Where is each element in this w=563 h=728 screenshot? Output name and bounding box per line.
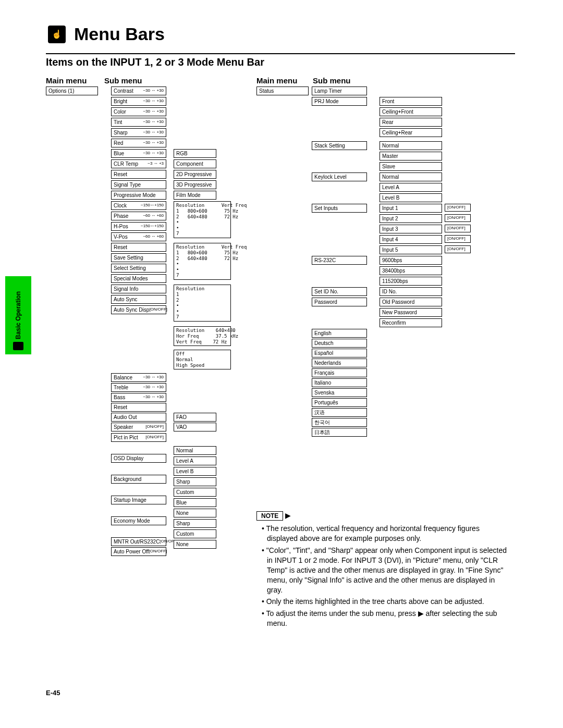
finesync-sub-0: Clock−150↔+150 <box>111 201 166 210</box>
language-sub-7: Português <box>312 398 367 407</box>
language-sub-0: English <box>312 329 367 338</box>
sidebar-tab: Basic Operation <box>5 276 31 354</box>
prjmode-sub-0: Front <box>380 97 442 106</box>
input-onoff-1: [ON/OFF] <box>445 214 471 222</box>
input-onoff-4: [ON/OFF] <box>445 245 471 253</box>
language-sub-2: Español <box>312 349 367 357</box>
startup-sub-0: Sharp <box>174 519 216 528</box>
password-sub-1: New Password <box>380 308 442 317</box>
language-sub-4: Français <box>312 368 367 377</box>
prjmode-sub-1: Ceiling+Front <box>380 107 442 116</box>
page-number: E-45 <box>46 689 60 697</box>
input-sub-3: Input 4 <box>380 235 442 244</box>
note-item: To adjust the items under the sub menu, … <box>262 609 512 628</box>
background-sub-1: Custom <box>174 488 216 497</box>
signaltype-sub-0: RGB <box>174 149 216 158</box>
picture-sub-5: Red−30 ↔ +30 <box>111 139 166 147</box>
keylock-sub-0: Normal <box>380 172 442 181</box>
input-onoff-3: [ON/OFF] <box>445 235 471 243</box>
col-header-sub-left: Sub menu <box>104 76 142 85</box>
background-sub-0: Sharp <box>174 477 216 486</box>
page-title: Menu Bars <box>74 24 165 44</box>
input-sub-2: Input 3 <box>380 225 442 233</box>
osd-sub-1: Level A <box>174 456 216 465</box>
res-table-1: Resolution Vert Freq 1 800×600 75 Hz 2 6… <box>174 201 231 238</box>
options2-sub-3: Keylock Level <box>312 172 367 181</box>
background-sub-2: Blue <box>174 498 216 507</box>
res-table-3: Resolution 1 2 • • 7 <box>174 285 231 322</box>
language-sub-3: Nederlands <box>312 359 367 367</box>
signal-info-box: Resolution 640×480 Hor Freq 37.5 kHz Ver… <box>174 326 231 346</box>
finesync-sub-2: H-Pos−150↔+150 <box>111 222 166 231</box>
rs232-sub-2: 115200bps <box>380 277 442 286</box>
finesync-sub-1: Phase−60 ↔ +60 <box>111 212 166 220</box>
password-sub-2: Reconfirm <box>380 318 442 327</box>
note-item: The resolution, vertical frequency and h… <box>262 524 512 544</box>
progmode-sub-2: Film Mode <box>174 191 216 200</box>
language-sub-6: Svenska <box>312 388 367 397</box>
id-sub-0: ID No. <box>380 287 442 296</box>
options1-sub-2: Background <box>111 475 166 484</box>
note-list: The resolution, vertical frequency and h… <box>256 524 512 628</box>
audioout-sub-1: VAO <box>174 423 216 431</box>
finesync-sub-7: Special Modes <box>111 274 166 283</box>
options2-sub-5: RS-232C <box>312 256 367 265</box>
input-sub-4: Input 5 <box>380 245 442 254</box>
options1-sub-4: Economy Mode <box>111 516 166 525</box>
picture-sub-10: Progressive Mode <box>111 191 166 200</box>
finesync-sub-5: Save Setting <box>111 253 166 262</box>
picture-sub-6: Blue−30 ↔ +30 <box>111 149 166 158</box>
page-subtitle: Items on the INPUT 1, 2 or 3 Mode Menu B… <box>46 53 515 68</box>
input-onoff-2: [ON/OFF] <box>445 225 471 232</box>
finesync-sub-10: Auto Sync Disp[ON/OFF] <box>111 305 166 314</box>
economy-sub-1: Auto Power Off[ON/OFF] <box>111 547 166 556</box>
col-header-main-right: Main menu <box>256 76 297 85</box>
language-sub-10: 日本語 <box>312 428 367 437</box>
progmode-sub-0: 2D Progressive <box>174 170 216 179</box>
sidebar-label: Basic Operation <box>15 291 22 339</box>
note-item: Only the items highlighted in the tree c… <box>262 597 512 607</box>
economy-sub-0: MNTR Out/RS232C[ON/OFF] <box>111 537 166 546</box>
keylock-sub-1: Level A <box>380 183 442 192</box>
finesync-sub-8: Signal Info <box>111 285 166 293</box>
options1-sub-1: OSD Display <box>111 454 166 463</box>
startup-sub-1: Custom <box>174 529 216 538</box>
progmode-sub-1: 3D Progressive <box>174 180 216 189</box>
options2-sub-2: Stack Setting <box>312 141 367 150</box>
language-sub-5: Italiano <box>312 378 367 387</box>
main-status: Status <box>256 87 309 95</box>
picture-sub-1: Bright−30 ↔ +30 <box>111 97 166 106</box>
input-sub-0: Input 1 <box>380 204 442 213</box>
audio-sub-0: Balance−30 ↔ +30 <box>111 373 166 382</box>
osd-sub-0: Normal <box>174 446 216 455</box>
triangle-icon: ▶ <box>285 511 291 520</box>
audio-sub-2: Bass−30 ↔ +30 <box>111 393 166 402</box>
page-header: ☝ Menu Bars <box>48 24 165 44</box>
picture-sub-3: Tint−30 ↔ +30 <box>111 118 166 127</box>
finesync-sub-4: Reset <box>111 243 166 252</box>
options2-sub-0: Lamp Timer <box>312 87 367 95</box>
note-item: "Color", "Tint", and "Sharp" appear only… <box>262 546 512 595</box>
password-sub-0: Old Password <box>380 298 442 306</box>
rs232-sub-1: 38400bps <box>380 266 442 275</box>
note-label: NOTE <box>256 511 283 521</box>
col-header-sub-right: Sub menu <box>313 76 351 85</box>
picture-sub-8: Reset <box>111 170 166 179</box>
picture-sub-0: Contrast−30 ↔ +30 <box>111 87 166 95</box>
startup-sub-2: None <box>174 540 216 549</box>
signaltype-sub-1: Component <box>174 159 216 168</box>
prjmode-sub-3: Ceiling+Rear <box>380 128 442 137</box>
audio-sub-3: Reset <box>111 403 166 412</box>
input-onoff-0: [ON/OFF] <box>445 204 471 212</box>
main-options1: Options (1) <box>46 87 98 95</box>
language-sub-8: 汉语 <box>312 408 367 417</box>
finesync-sub-3: V-Pos−60 ↔ +60 <box>111 232 166 241</box>
note-block: NOTE▶ The resolution, vertical frequency… <box>256 511 512 631</box>
stack-sub-2: Slave <box>380 162 442 171</box>
stack-sub-0: Normal <box>380 141 442 150</box>
keylock-sub-2: Level B <box>380 193 442 202</box>
prjmode-sub-2: Rear <box>380 118 442 127</box>
options2-sub-4: Set Inputs <box>312 204 367 213</box>
audioout-sub-0: FAO <box>174 413 216 422</box>
options2-sub-1: PRJ Mode <box>312 97 367 106</box>
